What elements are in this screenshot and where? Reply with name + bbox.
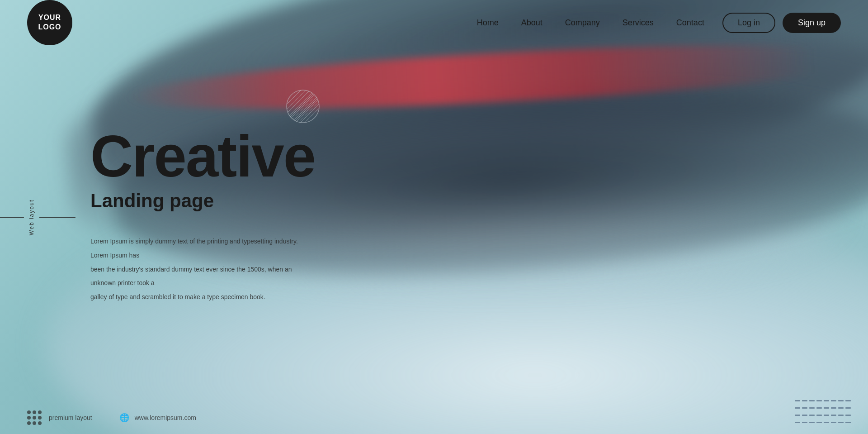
deco-dash (845, 407, 851, 409)
footer-dot (38, 421, 42, 425)
deco-dash (845, 400, 851, 401)
deco-dash (838, 415, 844, 416)
navbar: YOUR LOGO Home About Company Services Co… (0, 0, 868, 45)
deco-dash (845, 422, 851, 423)
login-button[interactable]: Log in (722, 13, 775, 33)
hero-section: Creative Landing page Lorem Ipsum is sim… (90, 127, 316, 304)
deco-dash (838, 407, 844, 409)
globe-icon: 🌐 (119, 413, 129, 423)
footer-badge: premium layout (49, 414, 92, 421)
nav-services[interactable]: Services (623, 18, 654, 28)
side-line-bottom (39, 217, 75, 217)
nav-home[interactable]: Home (477, 18, 499, 28)
hero-subtitle: Landing page (90, 190, 316, 212)
deco-dash (795, 422, 800, 423)
nav-buttons: Log in Sign up (722, 13, 841, 33)
footer-bar: premium layout 🌐 www.loremipsum.com (0, 410, 868, 425)
footer-dot (38, 416, 42, 420)
deco-dash (816, 422, 822, 423)
side-line-top (0, 217, 24, 217)
footer-dot (33, 421, 36, 425)
deco-dash (816, 415, 822, 416)
deco-dash (816, 407, 822, 409)
deco-dash (802, 415, 807, 416)
hero-body-line1: Lorem Ipsum is simply dummy text of the … (90, 234, 316, 262)
footer-dot (27, 416, 31, 420)
deco-dash (809, 415, 815, 416)
deco-dash (802, 422, 807, 423)
deco-dash (824, 400, 829, 401)
deco-dash (795, 415, 800, 416)
deco-dash (809, 400, 815, 401)
footer-dot (27, 410, 31, 414)
deco-dash (845, 415, 851, 416)
deco-dash (809, 422, 815, 423)
deco-dash (831, 407, 836, 409)
deco-dash (831, 422, 836, 423)
deco-dash (802, 407, 807, 409)
deco-dash (824, 415, 829, 416)
deco-dash (824, 422, 829, 423)
nav-contact[interactable]: Contact (676, 18, 704, 28)
hero-body-line2: been the industry's standard dummy text … (90, 262, 316, 291)
deco-dash (816, 400, 822, 401)
side-label-container: Web layout (0, 199, 75, 235)
svg-line-2 (285, 88, 321, 124)
deco-dots-bottom-right (795, 399, 850, 425)
logo[interactable]: YOUR LOGO (27, 0, 72, 45)
footer-dot (38, 410, 42, 414)
footer-dot (27, 421, 31, 425)
nav-company[interactable]: Company (565, 18, 600, 28)
deco-circle (285, 88, 321, 124)
deco-dash (802, 400, 807, 401)
deco-dash (831, 415, 836, 416)
deco-dash (831, 400, 836, 401)
deco-dash (795, 407, 800, 409)
signup-button[interactable]: Sign up (783, 13, 841, 33)
footer-dot (33, 410, 36, 414)
footer-dot (33, 416, 36, 420)
deco-dash (809, 407, 815, 409)
footer-url: www.loremipsum.com (135, 414, 196, 421)
deco-dash (838, 400, 844, 401)
nav-about[interactable]: About (521, 18, 542, 28)
hero-title: Creative (90, 127, 316, 186)
hero-body: Lorem Ipsum is simply dummy text of the … (90, 234, 316, 304)
deco-dash (795, 400, 800, 401)
deco-dash (838, 422, 844, 423)
footer-grid-icon (27, 410, 42, 425)
nav-links: Home About Company Services Contact (477, 18, 704, 28)
logo-text: YOUR LOGO (38, 13, 61, 32)
hero-body-line3: galley of type and scrambled it to make … (90, 290, 316, 304)
deco-dash (824, 407, 829, 409)
side-label-text: Web layout (28, 199, 35, 235)
